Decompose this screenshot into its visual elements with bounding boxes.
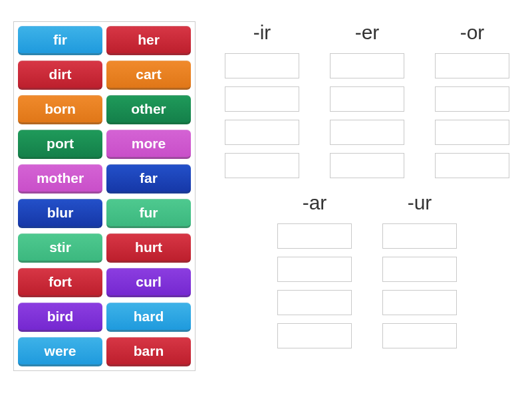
- word-tile-label: fort: [49, 274, 72, 290]
- drop-slot[interactable]: [330, 120, 404, 145]
- drop-slot[interactable]: [330, 86, 404, 112]
- drop-slot[interactable]: [277, 323, 352, 348]
- word-tile-label: hurt: [135, 239, 162, 255]
- word-tile-label: mother: [37, 170, 84, 186]
- category: -er: [330, 21, 404, 178]
- drop-slot[interactable]: [225, 53, 299, 78]
- drop-slot[interactable]: [225, 86, 299, 112]
- word-tile[interactable]: bird: [18, 303, 102, 332]
- word-tile-label: born: [45, 101, 76, 117]
- word-tile-label: hard: [134, 309, 164, 325]
- drop-slot[interactable]: [382, 257, 457, 282]
- category: -or: [435, 21, 509, 178]
- drop-slot[interactable]: [225, 120, 299, 145]
- word-tile[interactable]: cart: [106, 61, 191, 90]
- category-label: -ir: [253, 21, 271, 44]
- word-tile-label: stir: [49, 239, 71, 255]
- drop-slot[interactable]: [330, 153, 404, 178]
- drop-slot[interactable]: [435, 86, 509, 112]
- word-tile-label: fir: [53, 32, 67, 48]
- drop-slot[interactable]: [435, 153, 509, 178]
- word-tile-label: other: [131, 101, 166, 117]
- category-label: -ar: [303, 192, 327, 214]
- word-tile[interactable]: hurt: [106, 233, 191, 263]
- category: -ar: [277, 192, 352, 348]
- drop-slot[interactable]: [225, 153, 299, 178]
- drop-slot[interactable]: [277, 257, 352, 282]
- drop-slot[interactable]: [382, 290, 457, 315]
- drop-slot[interactable]: [435, 120, 509, 145]
- word-tile-label: her: [138, 32, 160, 48]
- word-tile[interactable]: were: [18, 337, 102, 366]
- categories-area: -ir-er-or-ar-ur: [215, 21, 519, 371]
- game-board: firherdirtcartbornotherportmoremotherfar…: [0, 0, 532, 392]
- word-tile[interactable]: born: [18, 95, 102, 124]
- drop-slot[interactable]: [277, 290, 352, 315]
- category-label: -er: [355, 21, 380, 44]
- word-tile[interactable]: hard: [106, 303, 191, 332]
- category-row: -ar-ur: [215, 192, 519, 348]
- word-tile[interactable]: other: [106, 95, 191, 124]
- word-tile[interactable]: mother: [18, 164, 102, 194]
- word-tile-label: port: [47, 136, 74, 152]
- word-tile[interactable]: fir: [18, 26, 102, 55]
- drop-slot[interactable]: [330, 53, 404, 78]
- category: -ur: [382, 192, 457, 348]
- drop-slot[interactable]: [435, 53, 509, 78]
- word-tile-label: more: [132, 136, 166, 152]
- word-tile-label: blur: [47, 205, 74, 221]
- word-tile-label: far: [140, 170, 158, 186]
- word-tile[interactable]: far: [106, 164, 191, 194]
- category-label: -ur: [408, 192, 432, 214]
- word-tile[interactable]: fort: [18, 268, 102, 297]
- word-tile[interactable]: more: [106, 130, 191, 159]
- drop-slot[interactable]: [382, 323, 457, 348]
- word-tile[interactable]: dirt: [18, 61, 102, 90]
- word-tile[interactable]: her: [106, 26, 191, 55]
- word-tile-label: barn: [134, 343, 164, 359]
- word-tile-label: dirt: [49, 66, 72, 82]
- word-tile-label: were: [45, 343, 76, 359]
- category-row: -ir-er-or: [215, 21, 519, 178]
- word-tile-label: fur: [140, 205, 158, 221]
- word-tile[interactable]: curl: [106, 268, 191, 297]
- drop-slot[interactable]: [382, 223, 457, 249]
- word-tile-label: curl: [136, 274, 162, 290]
- word-tile-label: cart: [136, 66, 162, 82]
- word-bank: firherdirtcartbornotherportmoremotherfar…: [13, 21, 196, 371]
- drop-slot[interactable]: [277, 223, 352, 249]
- word-tile-label: bird: [47, 309, 74, 325]
- category: -ir: [225, 21, 299, 178]
- word-tile[interactable]: stir: [18, 233, 102, 263]
- category-label: -or: [460, 21, 485, 44]
- word-tile[interactable]: blur: [18, 199, 102, 228]
- word-tile[interactable]: barn: [106, 337, 191, 366]
- word-tile[interactable]: port: [18, 130, 102, 159]
- word-tile[interactable]: fur: [106, 199, 191, 228]
